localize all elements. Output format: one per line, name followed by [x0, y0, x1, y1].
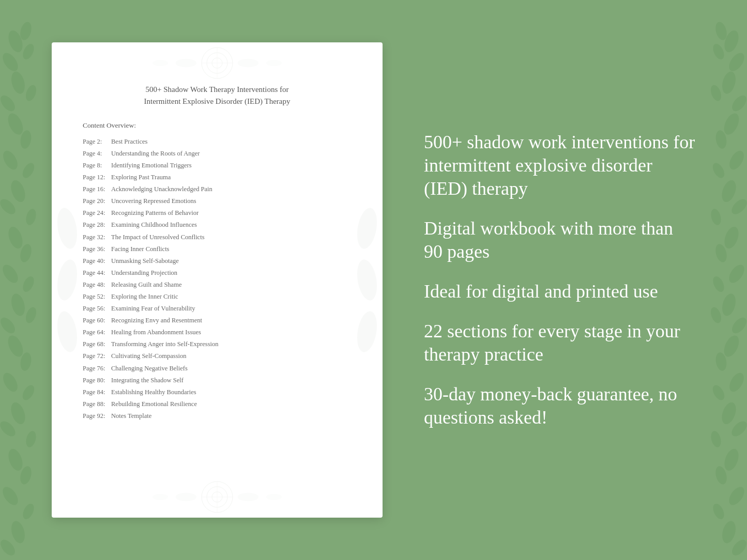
svg-point-86 [54, 206, 80, 250]
document-card: 500+ Shadow Work Therapy Interventions f… [52, 42, 383, 518]
list-item: Page 92:Notes Template [83, 410, 352, 422]
marketing-point: Ideal for digital and printed use [424, 280, 695, 303]
list-item: Page 64:Healing from Abandonment Issues [83, 327, 352, 339]
svg-point-90 [354, 258, 379, 302]
doc-watermark-left [52, 203, 83, 357]
svg-point-73 [176, 59, 196, 67]
list-item: Page 24:Recognizing Patterns of Behavior [83, 208, 352, 220]
list-item: Page 76:Challenging Negative Beliefs [83, 363, 352, 375]
marketing-panel: 500+ shadow work interventions for inter… [414, 131, 695, 429]
list-item: Page 52:Exploring the Inner Critic [83, 291, 352, 303]
svg-point-74 [238, 59, 258, 67]
doc-watermark-top [114, 42, 321, 84]
svg-point-87 [54, 258, 80, 302]
doc-watermark-bottom [114, 476, 321, 518]
list-item: Page 4:Understanding the Roots of Anger [83, 148, 352, 160]
doc-watermark-right [352, 203, 383, 357]
list-item: Page 60:Recognizing Envy and Resentment [83, 315, 352, 326]
document-title: 500+ Shadow Work Therapy Interventions f… [83, 84, 352, 107]
list-item: Page 20:Uncovering Repressed Emotions [83, 195, 352, 207]
list-item: Page 48:Releasing Guilt and Shame [83, 279, 352, 291]
list-item: Page 80:Integrating the Shadow Self [83, 375, 352, 386]
list-item: Page 16:Acknowledging Unacknowledged Pai… [83, 183, 352, 195]
list-item: Page 40:Unmasking Self-Sabotage [83, 255, 352, 267]
svg-point-84 [153, 494, 168, 500]
list-item: Page 2:Best Practices [83, 136, 352, 148]
svg-point-88 [54, 309, 80, 353]
marketing-point: 500+ shadow work interventions for inter… [424, 131, 695, 200]
list-item: Page 84:Establishing Healthy Boundaries [83, 386, 352, 398]
list-item: Page 56:Examining Fear of Vulnerability [83, 303, 352, 315]
svg-point-83 [238, 493, 258, 501]
svg-point-85 [266, 494, 282, 500]
list-item: Page 28:Examining Childhood Influences [83, 220, 352, 231]
list-item: Page 8:Identifying Emotional Triggers [83, 160, 352, 172]
svg-point-76 [266, 60, 282, 66]
list-item: Page 44:Understanding Projection [83, 267, 352, 279]
svg-point-91 [354, 309, 379, 353]
list-item: Page 88:Rebuilding Emotional Resilience [83, 398, 352, 410]
svg-point-75 [153, 60, 168, 66]
list-item: Page 36:Facing Inner Conflicts [83, 243, 352, 255]
list-item: Page 12:Exploring Past Trauma [83, 172, 352, 183]
list-item: Page 32:The Impact of Unresolved Conflic… [83, 231, 352, 243]
table-of-contents: Page 2:Best PracticesPage 4:Understandin… [83, 136, 352, 422]
svg-point-82 [176, 493, 196, 501]
main-container: 500+ Shadow Work Therapy Interventions f… [0, 0, 747, 560]
svg-point-89 [354, 206, 379, 250]
content-overview-label: Content Overview: [83, 121, 352, 130]
marketing-point: 22 sections for every stage in your ther… [424, 320, 695, 366]
marketing-point: Digital workbook with more than 90 pages [424, 217, 695, 263]
list-item: Page 68:Transforming Anger into Self-Exp… [83, 339, 352, 351]
list-item: Page 72:Cultivating Self-Compassion [83, 351, 352, 363]
marketing-point: 30-day money-back guarantee, no question… [424, 383, 695, 429]
